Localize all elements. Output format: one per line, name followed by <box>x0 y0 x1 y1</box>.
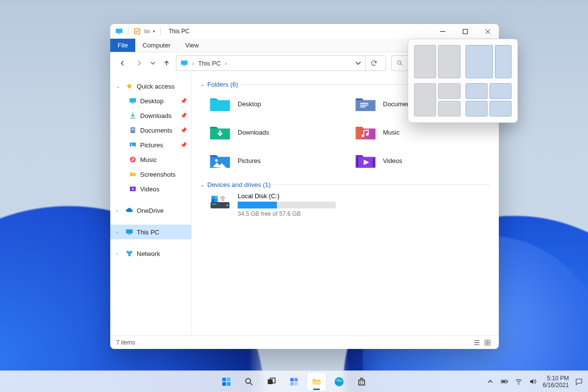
taskbar-file-explorer[interactable] <box>307 372 326 391</box>
tab-file[interactable]: File <box>110 39 135 52</box>
large-icons-view-button[interactable] <box>482 338 493 347</box>
titlebar[interactable]: ▾ This PC <box>110 24 499 39</box>
svg-rect-27 <box>360 107 366 108</box>
sidebar-quick-access[interactable]: ⌄ Quick access <box>110 79 191 93</box>
properties-qat-icon[interactable] <box>133 27 141 35</box>
tray-overflow-icon[interactable] <box>486 377 494 386</box>
folder-downloads[interactable]: Downloads <box>209 120 345 144</box>
folder-videos[interactable]: Videos <box>355 149 490 172</box>
address-bar[interactable]: › This PC › <box>176 55 386 71</box>
tab-computer[interactable]: Computer <box>135 39 178 52</box>
snap-layout-four-quadrant[interactable] <box>466 83 512 116</box>
svg-rect-7 <box>183 65 185 66</box>
svg-point-30 <box>215 159 218 162</box>
recent-locations-button[interactable] <box>148 56 157 70</box>
volume-icon[interactable] <box>529 377 537 386</box>
taskbar-edge[interactable] <box>330 372 348 391</box>
taskbar-start[interactable] <box>217 372 236 391</box>
svg-rect-26 <box>360 105 368 106</box>
downloads-folder-icon <box>209 122 231 142</box>
sidebar-this-pc[interactable]: › This PC <box>110 225 191 239</box>
svg-rect-39 <box>212 199 215 202</box>
sidebar-item-label: Pictures <box>140 141 163 149</box>
pin-icon: 📌 <box>180 142 187 148</box>
sidebar-item-videos[interactable]: Videos <box>110 182 191 196</box>
pin-icon: 📌 <box>180 127 187 134</box>
search-icon <box>396 60 403 67</box>
svg-rect-60 <box>362 383 364 384</box>
back-button[interactable] <box>115 56 130 70</box>
pictures-folder-icon <box>209 151 231 170</box>
sidebar-item-desktop[interactable]: Desktop📌 <box>110 93 191 108</box>
sidebar-item-label: Desktop <box>140 97 164 105</box>
snap-layout-two-column[interactable] <box>414 45 461 78</box>
taskbar-store[interactable] <box>352 372 371 391</box>
close-button[interactable] <box>476 24 499 39</box>
refresh-button[interactable] <box>365 55 382 71</box>
sidebar-item-documents[interactable]: Documents📌 <box>110 123 191 138</box>
sidebar-item-music[interactable]: Music <box>110 152 191 167</box>
svg-rect-13 <box>131 130 134 130</box>
drive-capacity-bar <box>238 202 336 208</box>
sidebar-item-label: Music <box>140 156 157 163</box>
sidebar-item-screenshots[interactable]: Screenshots <box>110 167 191 182</box>
taskbar-task-view[interactable] <box>262 372 281 391</box>
forward-button[interactable] <box>132 56 147 70</box>
svg-rect-41 <box>485 340 487 342</box>
taskbar-search[interactable] <box>240 372 258 391</box>
folder-pictures[interactable]: Pictures <box>209 149 345 172</box>
window-title: This PC <box>169 28 190 35</box>
network-icon <box>125 250 133 257</box>
svg-rect-32 <box>372 158 374 167</box>
new-folder-qat-icon[interactable] <box>143 27 151 35</box>
breadcrumb-this-pc[interactable]: This PC <box>198 60 220 67</box>
this-pc-icon <box>115 27 123 35</box>
videos-folder-icon <box>355 151 376 170</box>
notifications-icon[interactable] <box>575 377 583 386</box>
svg-rect-37 <box>212 196 215 199</box>
snap-layouts-flyout <box>408 39 518 123</box>
svg-rect-40 <box>215 199 218 202</box>
snap-layout-wide-left[interactable] <box>466 45 512 78</box>
group-header-drives[interactable]: ⌄ Devices and drives (1) <box>200 181 490 188</box>
details-view-button[interactable] <box>471 338 482 347</box>
svg-rect-25 <box>360 103 368 104</box>
sidebar-item-pictures[interactable]: Pictures📌 <box>110 138 191 152</box>
svg-rect-21 <box>128 234 130 234</box>
svg-rect-38 <box>215 196 218 199</box>
address-history-icon[interactable] <box>355 60 361 66</box>
sidebar-network[interactable]: › Network <box>110 246 191 261</box>
sidebar-onedrive[interactable]: › OneDrive <box>110 203 191 218</box>
videos-icon <box>129 185 137 193</box>
battery-icon[interactable] <box>500 377 509 386</box>
svg-rect-1 <box>116 29 122 32</box>
snap-layout-three-cell[interactable] <box>414 83 461 116</box>
wifi-icon[interactable] <box>514 377 523 386</box>
maximize-button[interactable] <box>454 24 476 39</box>
sidebar-item-downloads[interactable]: Downloads📌 <box>110 108 191 123</box>
qat-dropdown-icon[interactable]: ▾ <box>153 29 155 34</box>
tab-view[interactable]: View <box>178 39 206 52</box>
up-button[interactable] <box>159 56 174 70</box>
svg-rect-43 <box>485 343 487 345</box>
store-icon <box>357 377 367 387</box>
sidebar-item-label: Quick access <box>137 83 174 90</box>
taskbar-clock[interactable]: 5:10 PM 6/16/2021 <box>543 375 569 389</box>
svg-rect-31 <box>356 158 358 167</box>
svg-point-16 <box>130 157 136 162</box>
svg-rect-52 <box>291 378 294 381</box>
pin-icon: 📌 <box>180 113 187 119</box>
svg-rect-42 <box>488 340 490 342</box>
svg-rect-55 <box>294 382 298 385</box>
folder-music[interactable]: Music <box>355 120 490 144</box>
svg-rect-46 <box>227 377 230 381</box>
folder-icon <box>129 170 137 178</box>
svg-rect-48 <box>227 382 230 385</box>
onedrive-icon <box>125 207 133 214</box>
quick-access-toolbar: ▾ <box>133 27 155 35</box>
sidebar-item-label: Downloads <box>140 112 172 119</box>
taskbar-widgets[interactable] <box>285 372 303 391</box>
folder-desktop[interactable]: Desktop <box>209 92 345 115</box>
drive-local-c[interactable]: Local Disk (C:) 34.5 GB free of 57.6 GB <box>209 192 490 217</box>
minimize-button[interactable] <box>431 24 454 39</box>
